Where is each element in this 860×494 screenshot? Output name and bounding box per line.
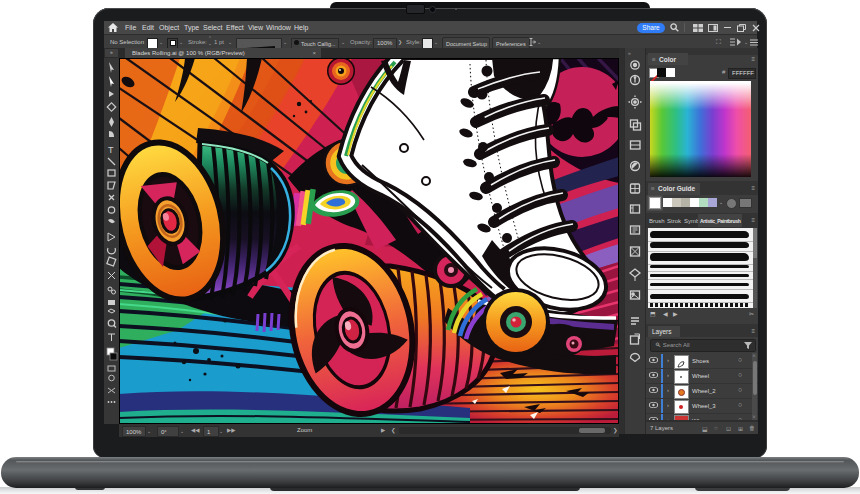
svg-text:T: T: [108, 145, 114, 155]
